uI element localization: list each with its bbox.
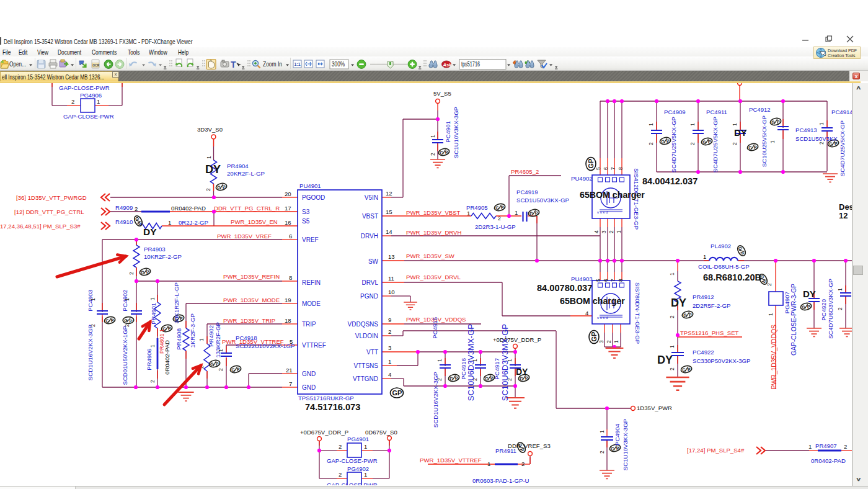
svg-text:16: 16	[285, 219, 291, 226]
svg-text:1: 1	[90, 298, 96, 301]
svg-text:GAP-CLOSE-PWR: GAP-CLOSE-PWR	[59, 84, 110, 91]
svg-text:DY: DY	[671, 297, 686, 309]
svg-text:PC4919: PC4919	[516, 189, 538, 195]
svg-text:2: 2	[608, 230, 614, 233]
svg-text:TRIP: TRIP	[302, 321, 316, 328]
svg-text:PWR_1D35V_MODE: PWR_1D35V_MODE	[223, 297, 280, 303]
svg-text:2: 2	[689, 142, 696, 145]
svg-text:DY: DY	[143, 227, 157, 237]
svg-text:PG4901: PG4901	[347, 436, 369, 442]
svg-text:30K1R2F-L-GP: 30K1R2F-L-GP	[173, 282, 180, 323]
svg-text:DY: DY	[516, 367, 528, 377]
svg-text:2: 2	[149, 380, 156, 383]
svg-text:VTTREF: VTTREF	[302, 342, 326, 349]
svg-text:PWR_1D35V_SW: PWR_1D35V_SW	[406, 253, 455, 259]
svg-text:PR4906: PR4906	[146, 349, 153, 370]
svg-text:PWR_1D35V_VDDQS: PWR_1D35V_VDDQS	[771, 325, 777, 390]
svg-text:20: 20	[285, 191, 291, 197]
svg-text:PU4903: PU4903	[571, 276, 593, 282]
svg-text:PR4912: PR4912	[693, 294, 714, 300]
svg-text:1D35V_PWR: 1D35V_PWR	[637, 405, 672, 411]
svg-text:1: 1	[364, 443, 367, 450]
svg-text:PR4911: PR4911	[495, 447, 516, 454]
svg-text:DRVL: DRVL	[362, 279, 379, 286]
svg-text:R4910: R4910	[115, 218, 133, 225]
svg-text:3: 3	[601, 230, 607, 233]
svg-text:0R0402-PAD: 0R0402-PAD	[164, 340, 170, 375]
svg-text:84.00412.037: 84.00412.037	[642, 176, 698, 186]
svg-text:PC4918: PC4918	[236, 334, 257, 341]
svg-text:1: 1	[669, 345, 675, 348]
svg-text:9: 9	[388, 316, 391, 323]
svg-text:1: 1	[198, 338, 205, 341]
svg-text:2: 2	[732, 142, 738, 145]
svg-text:2: 2	[388, 328, 391, 335]
svg-text:MODE: MODE	[302, 300, 321, 307]
svg-text:1: 1	[808, 443, 812, 450]
svg-text:11: 11	[388, 275, 394, 282]
svg-text:COIL-D68UH-5-GP: COIL-D68UH-5-GP	[698, 263, 750, 270]
svg-text:GAP-CLOSE-PWR-3-GP: GAP-CLOSE-PWR-3-GP	[790, 284, 797, 356]
svg-text:PWR_1D35V_VREF: PWR_1D35V_VREF	[217, 233, 272, 240]
svg-text:1: 1	[669, 272, 675, 276]
svg-text:2: 2	[205, 188, 211, 191]
svg-text:1: 1	[149, 344, 156, 348]
svg-text:1: 1	[168, 219, 171, 226]
svg-text:[36] 1D35V_VTT_PWRGD: [36] 1D35V_VTT_PWRGD	[16, 194, 87, 201]
svg-text:PC4913: PC4913	[795, 127, 817, 133]
svg-text:SC330P50V2KX-3GP: SC330P50V2KX-3GP	[693, 357, 750, 364]
svg-text:SW: SW	[368, 258, 379, 265]
svg-text:1: 1	[599, 430, 605, 433]
svg-text:SC4D7U25V5KX-GP: SC4D7U25V5KX-GP	[712, 117, 719, 173]
svg-text:1: 1	[124, 298, 130, 301]
svg-text:65BOM charger: 65BOM charger	[580, 190, 645, 200]
svg-text:7: 7	[289, 380, 292, 387]
svg-text:8: 8	[618, 279, 624, 282]
svg-text:R4909: R4909	[115, 204, 133, 211]
svg-text:V5IN: V5IN	[365, 194, 378, 201]
svg-text:19: 19	[285, 297, 291, 303]
svg-text:8: 8	[289, 274, 292, 281]
svg-text:1: 1	[515, 209, 518, 216]
svg-text:2: 2	[606, 340, 612, 343]
svg-text:SC4D7U25V5KX-GP: SC4D7U25V5KX-GP	[670, 117, 677, 173]
svg-text:VBST: VBST	[362, 213, 378, 220]
svg-text:PC4911: PC4911	[706, 109, 727, 115]
svg-text:2: 2	[90, 324, 96, 327]
svg-text:PWR_1D35V_EN: PWR_1D35V_EN	[231, 218, 278, 225]
svg-text:20KR2F-L-GP: 20KR2F-L-GP	[227, 170, 265, 177]
svg-text:SCD22U10V2KX-1GP: SCD22U10V2KX-1GP	[236, 343, 294, 349]
svg-text:5: 5	[595, 167, 601, 170]
svg-text:1: 1	[436, 359, 443, 362]
svg-text:0R0603-PAD-1-GP-U: 0R0603-PAD-1-GP-U	[472, 477, 529, 484]
svg-text:2: 2	[128, 272, 135, 275]
svg-text:GAP-CLOSE-PWR: GAP-CLOSE-PWR	[63, 113, 114, 120]
svg-text:1: 1	[703, 253, 706, 260]
svg-text:PC4912: PC4912	[749, 106, 771, 113]
svg-text:4: 4	[388, 371, 392, 378]
svg-text:14: 14	[386, 228, 392, 235]
svg-text:TPS51216_PHS_SET: TPS51216_PHS_SET	[680, 330, 739, 336]
svg-text:5V_S5: 5V_S5	[433, 90, 451, 97]
svg-text:12: 12	[839, 211, 848, 220]
svg-text:1: 1	[768, 313, 774, 316]
svg-text:2: 2	[498, 215, 501, 222]
svg-text:REFIN: REFIN	[302, 279, 321, 286]
svg-text:10: 10	[388, 289, 395, 295]
svg-text:2: 2	[124, 324, 130, 327]
svg-text:PWR_1D35V_VBST: PWR_1D35V_VBST	[406, 209, 461, 216]
svg-text:13: 13	[388, 253, 395, 260]
svg-text:PWR_1D35V_DRVL: PWR_1D35V_DRVL	[406, 274, 461, 280]
svg-text:2: 2	[135, 205, 138, 212]
svg-text:1: 1	[689, 123, 696, 126]
svg-text:7: 7	[610, 279, 616, 282]
svg-text:VTTGND: VTTGND	[353, 375, 378, 382]
svg-text:4: 4	[585, 310, 589, 316]
svg-text:PC4922: PC4922	[693, 349, 714, 356]
svg-text:0R2J-2-GP: 0R2J-2-GP	[179, 219, 208, 226]
svg-text:PG4907: PG4907	[784, 292, 790, 313]
svg-text:PC4909: PC4909	[664, 109, 686, 115]
svg-text:2: 2	[766, 283, 773, 286]
svg-text:GND: GND	[302, 384, 316, 391]
svg-text:PC4904: PC4904	[614, 423, 621, 445]
